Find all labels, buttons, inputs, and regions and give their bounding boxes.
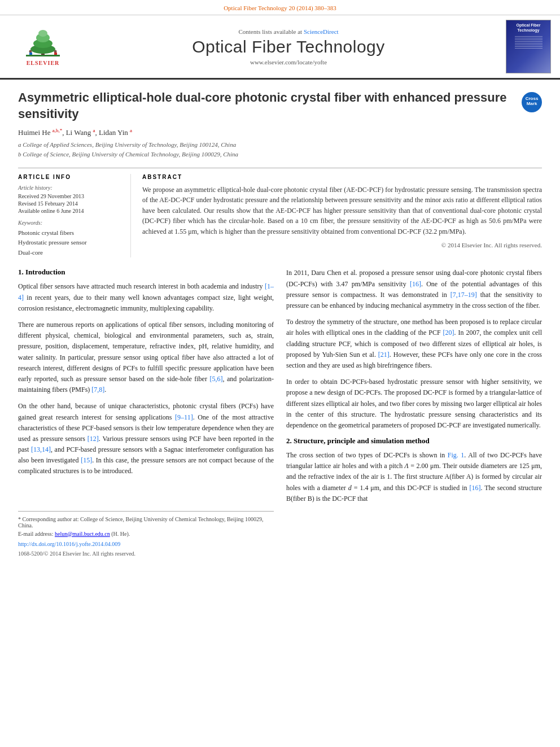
article-title: Asymmetric elliptical-hole dual-core pho… [18, 90, 542, 122]
footer-copyright: 1068-5200/© 2014 Elsevier Inc. All right… [18, 551, 274, 557]
elsevier-tree-icon [20, 28, 65, 59]
svg-point-6 [29, 50, 32, 53]
abstract-panel: ABSTRACT We propose an asymmetric ellipt… [142, 174, 542, 258]
received-date: Received 29 November 2013 [18, 193, 123, 199]
ref-5-6[interactable]: [5,6] [209, 375, 222, 383]
keywords-label: Keywords: [18, 220, 123, 226]
cover-title: Optical Fiber Technology [517, 23, 541, 33]
cover-decoration [515, 36, 542, 50]
cover-image: Optical Fiber Technology [506, 20, 551, 73]
footnote-email: E-mail address: helun@mail.buct.edu.cn (… [18, 531, 274, 537]
body-content: 1. Introduction Optical fiber sensors ha… [0, 257, 560, 566]
article-info-panel: ARTICLE INFO Article history: Received 2… [18, 174, 131, 258]
sciencedirect-link[interactable]: ScienceDirect [304, 28, 339, 35]
top-bar: Optical Fiber Technology 20 (2014) 380–3… [0, 0, 560, 15]
article-info-title: ARTICLE INFO [18, 174, 123, 180]
journal-url: www.elsevier.com/locate/yofte [77, 59, 500, 65]
ref-7-17-19[interactable]: [7,17–19] [450, 291, 477, 299]
contents-available-text: Contents lists available at [238, 28, 302, 35]
journal-ref-link[interactable]: Optical Fiber Technology 20 (2014) 380–3… [224, 5, 336, 11]
fig1-ref[interactable]: Fig. 1 [448, 451, 465, 459]
sciencedirect-line: Contents lists available at ScienceDirec… [77, 28, 500, 35]
crossmark-badge[interactable]: Cross Mark [522, 92, 542, 112]
intro-para3: On the other hand, because of unique cha… [18, 401, 274, 477]
copyright-notice: © 2014 Elsevier Inc. All rights reserved… [142, 242, 542, 248]
email-label: E-mail address: [18, 531, 53, 537]
elsevier-label: ELSEVIER [27, 60, 60, 66]
crossmark-icon: Cross Mark [522, 92, 542, 112]
article-title-section: Cross Mark Asymmetric elliptical-hole du… [0, 80, 560, 257]
email-suffix: (H. He). [111, 531, 130, 537]
cover-image-section: Optical Fiber Technology [500, 20, 551, 73]
ref-12[interactable]: [12] [88, 435, 99, 443]
elsevier-logo-section: ELSEVIER [9, 28, 77, 66]
right-para3: In order to obtain DC-PCFs-based hydrost… [286, 377, 542, 431]
right-para2: To destroy the symmetry of the structure… [286, 317, 542, 371]
email-link[interactable]: helun@mail.buct.edu.cn [55, 531, 110, 537]
page-header: ELSEVIER Contents lists available at Sci… [0, 15, 560, 80]
ref-1-4[interactable]: [1–4] [18, 282, 274, 301]
ref-13-14[interactable]: [13,14] [31, 445, 51, 453]
left-column: 1. Introduction Optical fiber sensors ha… [18, 268, 274, 556]
right-column: In 2011, Daru Chen et al. proposed a pre… [286, 268, 542, 556]
ref-21[interactable]: [21] [378, 351, 390, 359]
svg-rect-0 [26, 55, 60, 56]
section2-heading: 2. Structure, principle and simulation m… [286, 436, 542, 445]
authors-line: Huimei He a,b,*, Li Wang a, Lidan Yin a [18, 128, 542, 137]
keyword-1: Photonic crystal fibers [18, 228, 123, 238]
revised-date: Revised 15 February 2014 [18, 200, 123, 207]
info-abstract-row: ARTICLE INFO Article history: Received 2… [18, 168, 542, 258]
journal-title: Optical Fiber Technology [77, 37, 500, 56]
history-label: Article history: [18, 185, 123, 191]
intro-para2: There are numerous reports on applicatio… [18, 320, 274, 395]
affiliation-a: a College of Applied Sciences, Beijing U… [18, 140, 542, 150]
svg-text:Mark: Mark [527, 101, 537, 106]
intro-para1: Optical fiber sensors have attracted muc… [18, 281, 274, 314]
affiliation-b: b College of Science, Beijing University… [18, 150, 542, 160]
svg-rect-9 [54, 53, 57, 55]
keyword-2: Hydrostatic pressure sensor [18, 238, 123, 248]
affiliations: a College of Applied Sciences, Beijing U… [18, 140, 542, 160]
footer-doi: http://dx.doi.org/10.1016/j.yofte.2014.0… [18, 539, 274, 548]
abstract-text: We propose an asymmetric elliptical-hole… [142, 185, 542, 237]
footnote-divider [18, 511, 274, 512]
ref-20[interactable]: [20] [443, 329, 454, 337]
journal-header-center: Contents lists available at ScienceDirec… [77, 28, 500, 65]
svg-text:Cross: Cross [526, 96, 539, 101]
svg-point-8 [54, 50, 57, 53]
ref-15[interactable]: [15] [81, 456, 92, 464]
section2-para1: The cross section of two types of DC-PCF… [286, 450, 542, 504]
ref-16b[interactable]: [16] [469, 484, 480, 492]
svg-rect-7 [29, 53, 32, 55]
doi-link[interactable]: http://dx.doi.org/10.1016/j.yofte.2014.0… [18, 541, 120, 547]
keyword-3: Dual-core [18, 248, 123, 258]
ref-9-11[interactable]: [9–11] [175, 413, 193, 421]
available-date: Available online 6 June 2014 [18, 208, 123, 214]
ref-7-8[interactable]: [7,8] [91, 386, 104, 394]
ref-16[interactable]: [16] [410, 280, 421, 288]
footnote-corresponding: * Corresponding author at: College of Sc… [18, 516, 274, 528]
svg-point-5 [38, 30, 47, 37]
elsevier-logo: ELSEVIER [9, 28, 77, 66]
right-para1: In 2011, Daru Chen et al. proposed a pre… [286, 268, 542, 311]
abstract-title: ABSTRACT [142, 174, 542, 180]
section1-heading: 1. Introduction [18, 268, 274, 277]
